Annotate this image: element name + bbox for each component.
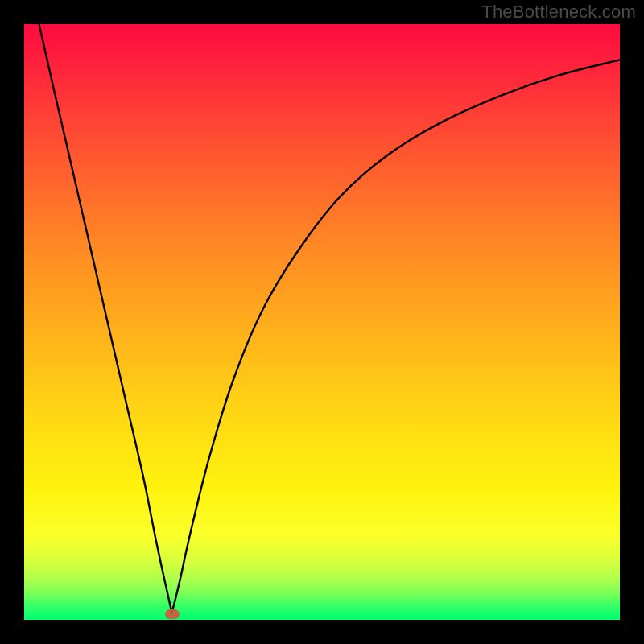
curve-left-branch — [39, 24, 172, 613]
watermark-text: TheBottleneck.com — [481, 2, 636, 23]
curve-right-branch — [172, 60, 620, 613]
minimum-marker — [165, 609, 180, 619]
chart-container: TheBottleneck.com — [0, 0, 644, 644]
curve-svg — [24, 24, 620, 620]
plot-area — [24, 24, 620, 620]
